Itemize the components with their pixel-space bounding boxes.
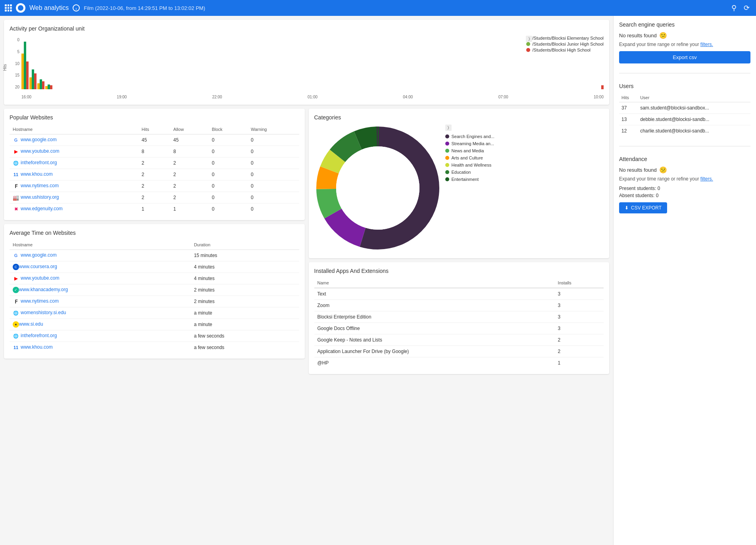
bar-red: [26, 61, 29, 89]
hostname-cell: 𝖥www.nytimes.com: [10, 296, 191, 307]
legend-dot: [445, 142, 449, 146]
filters-link[interactable]: filters.: [700, 42, 713, 47]
search-icon[interactable]: ⚲: [730, 2, 738, 14]
absent-value: 0: [656, 193, 659, 198]
table-row: Google Docs Offline 3: [314, 323, 604, 334]
users-section: Users Hits User 37 sam.student@blocksi-s…: [619, 83, 750, 136]
hostname-link[interactable]: www.nytimes.com: [21, 298, 59, 304]
hostname-link[interactable]: www.nytimes.com: [21, 183, 59, 188]
block-cell: 0: [209, 192, 248, 203]
hostname-link[interactable]: www.ushistory.org: [21, 194, 59, 200]
warning-cell: 0: [248, 157, 299, 169]
allow-cell: 45: [170, 134, 209, 146]
user-cell: sam.student@blocksi-sandbox...: [638, 102, 750, 114]
hostname-link[interactable]: www.youtube.com: [21, 275, 59, 281]
avg-time-title: Average Time on Websites: [10, 230, 299, 236]
search-no-results-box: No results found 😕 Expand your time rang…: [619, 32, 750, 47]
topbar: Web analytics Film (2022-10-06, from 14:…: [0, 0, 756, 16]
installed-apps-table: Name Installs Text 3 Zoom 3 Blocksi Ente…: [314, 278, 604, 368]
hostname-link[interactable]: www.khou.com: [21, 171, 53, 177]
si-icon: ●: [13, 321, 19, 328]
avg-time-card: Average Time on Websites Hostname Durati…: [4, 224, 305, 359]
table-row: Application Launcher For Drive (by Googl…: [314, 346, 604, 357]
attendance-no-results-text: No results found 😕: [619, 166, 667, 174]
khou-icon: 11: [13, 171, 19, 178]
bar-group: [21, 42, 29, 89]
hostname-cell: ●www.si.edu: [10, 319, 191, 330]
left-panel: Activity per Organizational unit Hits 20…: [0, 16, 613, 545]
legend-dot: [445, 156, 449, 160]
coursera-icon: C: [13, 264, 19, 270]
attendance-title: Attendance: [619, 156, 750, 162]
installs-cell: 3: [555, 311, 604, 323]
hits-cell: 13: [619, 114, 638, 125]
legend-arts: Arts and Culture: [445, 155, 494, 160]
col-warning: Warning: [248, 125, 299, 134]
hostname-link[interactable]: intheforefront.org: [21, 160, 57, 165]
hostname-link[interactable]: www.google.com: [21, 252, 57, 258]
hostname-link[interactable]: www.google.com: [21, 137, 57, 142]
export-csv-button[interactable]: Export csv: [619, 51, 750, 63]
avg-time-table: Hostname Duration Gwww.google.com 15 min…: [10, 240, 299, 353]
hostname-cell: 🌐intheforefront.org: [10, 157, 139, 169]
table-row: @HP 1: [314, 357, 604, 369]
users-title: Users: [619, 83, 750, 89]
activity-chart-area: Hits 20 15 10 5 0 /Students/Blocksi Elem…: [10, 36, 604, 99]
warning-cell: 0: [248, 169, 299, 180]
attendance-csv-export-button[interactable]: ⬇ CSV EXPORT: [619, 202, 667, 213]
smiley-icon: 😕: [659, 32, 667, 39]
app-title: Web analytics: [29, 4, 69, 12]
site-icon: 🌐: [13, 310, 19, 316]
table-row: 12 charlie.student@blocksi-sandb...: [619, 125, 750, 137]
categories-expand-btn[interactable]: 〉: [445, 125, 452, 131]
present-value: 0: [658, 186, 660, 191]
hostname-link[interactable]: intheforefront.org: [21, 333, 57, 338]
duration-cell: a minute: [191, 319, 299, 330]
search-no-results-sub: Expand your time range or refine your fi…: [619, 42, 713, 47]
search-no-results-text: No results found 😕: [619, 32, 667, 39]
ushistory-icon: 🏭: [13, 194, 19, 201]
youtube-icon: ▶: [13, 148, 19, 155]
attendance-stats: Present students: 0 Absent students: 0: [619, 186, 750, 198]
hostname-cell: ✖www.edgenuity.com: [10, 203, 139, 215]
site-icon: 🌐: [13, 160, 19, 166]
download-icon: ⬇: [625, 205, 629, 211]
present-students-row: Present students: 0: [619, 186, 750, 191]
bar-red: [50, 85, 52, 89]
refresh-icon[interactable]: ⟳: [742, 2, 751, 14]
google-icon: G: [13, 137, 19, 143]
nyt-icon: 𝖥: [13, 298, 19, 305]
activity-chart-card: Activity per Organizational unit Hits 20…: [4, 20, 609, 105]
hostname-link[interactable]: www.khou.com: [21, 344, 53, 350]
hostname-link[interactable]: www.youtube.com: [21, 148, 59, 154]
table-row: Cwww.coursera.org 4 minutes: [10, 261, 299, 273]
col-installs: Installs: [555, 278, 604, 288]
chart-bars: [21, 38, 604, 89]
popular-websites-card: Popular Websites Hostname Hits Allow Blo…: [4, 109, 305, 220]
left-col: Popular Websites Hostname Hits Allow Blo…: [4, 109, 305, 374]
legend-label: Entertainment: [452, 177, 479, 182]
col-block: Block: [209, 125, 248, 134]
installed-apps-card: Installed Apps And Extensions Name Insta…: [309, 262, 610, 374]
duration-cell: 4 minutes: [191, 261, 299, 273]
edgenuity-icon: ✖: [13, 206, 19, 212]
hostname-link[interactable]: www.coursera.org: [19, 264, 57, 269]
hostname-link[interactable]: www.si.edu: [19, 321, 43, 327]
right-col: Categories: [309, 109, 610, 374]
hits-cell: 2: [139, 157, 170, 169]
warning-cell: 0: [248, 192, 299, 203]
hostname-link[interactable]: womenshistory.si.edu: [21, 310, 66, 315]
warning-cell: 0: [248, 146, 299, 157]
table-row: 🏭www.ushistory.org 2 2 0 0: [10, 192, 299, 203]
bars-inner: [21, 38, 604, 89]
hostname-link[interactable]: www.khanacademy.org: [19, 287, 68, 292]
middle-row: Popular Websites Hostname Hits Allow Blo…: [4, 109, 609, 374]
attendance-filters-link[interactable]: filters.: [700, 176, 713, 182]
legend-label: Education: [452, 170, 471, 175]
grid-icon[interactable]: [5, 4, 12, 12]
hits-cell: 8: [139, 146, 170, 157]
x-axis: 16:00 19:00 22:00 01:00 04:00 07:00 10:0…: [21, 95, 604, 99]
attendance-no-results-sub: Expand your time range or refine your fi…: [619, 176, 713, 182]
categories-card: Categories: [309, 109, 610, 258]
hostname-link[interactable]: www.edgenuity.com: [21, 206, 63, 211]
